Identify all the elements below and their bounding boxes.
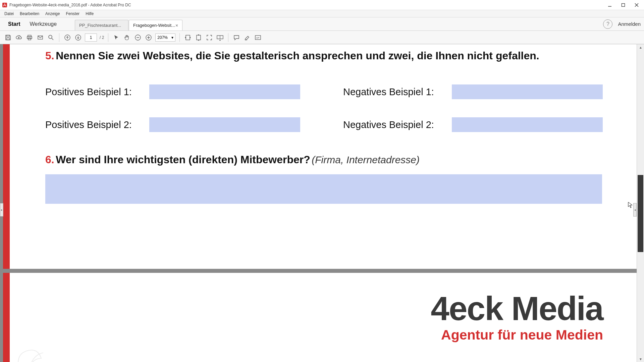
field-row-neg2: Negatives Beispiel 2: — [343, 117, 603, 132]
zoom-select[interactable]: 207% ▾ — [155, 34, 175, 42]
menu-edit[interactable]: Bearbeiten — [17, 11, 42, 16]
help-icon[interactable]: ? — [603, 19, 612, 29]
fullscreen-icon[interactable] — [205, 34, 213, 42]
search-icon[interactable] — [47, 34, 55, 42]
zoom-value: 207% — [157, 35, 168, 40]
cloud-icon[interactable] — [15, 34, 23, 42]
logo-sub-text: Agentur für neue Medien — [431, 327, 603, 343]
window-titlebar: Fragebogen-Website-4eck-media_2016.pdf -… — [0, 0, 644, 10]
scroll-down-icon[interactable]: ▼ — [637, 356, 644, 362]
page-input[interactable] — [85, 34, 97, 42]
menu-view[interactable]: Anzeige — [42, 11, 63, 16]
zoom-in-icon[interactable] — [145, 34, 153, 42]
page-left-accent — [3, 44, 10, 269]
svg-rect-8 — [27, 37, 32, 39]
menu-file[interactable]: Datei — [1, 11, 17, 16]
page-down-icon[interactable] — [74, 34, 82, 42]
menu-help[interactable]: Hilfe — [83, 11, 97, 16]
document-viewport: ▸ ◂ 5. Nennen Sie zwei Websites, die Sie… — [0, 44, 644, 362]
pdf-page-1: 5. Nennen Sie zwei Websites, die Sie ges… — [3, 44, 637, 269]
input-pos2[interactable] — [149, 117, 300, 132]
question-6-heading: 6. Wer sind Ihre wichtigsten (direkten) … — [45, 154, 420, 166]
mouse-cursor — [628, 202, 633, 208]
page-gap — [3, 269, 637, 273]
close-button[interactable] — [634, 2, 639, 8]
label-neg1: Negatives Beispiel 1: — [343, 86, 452, 98]
input-competitors[interactable] — [45, 174, 602, 204]
sign-icon[interactable] — [254, 34, 262, 42]
page-total: / 2 — [100, 35, 104, 40]
svg-rect-5 — [7, 35, 9, 37]
fit-width-icon[interactable] — [184, 34, 192, 42]
pdf-page-2: 4eck Media Agentur für neue Medien 7. In… — [3, 273, 637, 362]
logo-main-text: 4eck Media — [431, 292, 603, 325]
right-panel-handle[interactable]: ◂ — [633, 203, 637, 217]
question-5-heading: 5. Nennen Sie zwei Websites, die Sie ges… — [45, 50, 539, 62]
field-row-neg1: Negatives Beispiel 1: — [343, 84, 603, 99]
svg-point-11 — [49, 35, 52, 39]
svg-rect-6 — [7, 38, 9, 40]
maximize-button[interactable] — [621, 2, 626, 8]
zoom-out-icon[interactable] — [134, 34, 142, 42]
menu-bar: Datei Bearbeiten Anzeige Fenster Hilfe — [0, 10, 644, 17]
svg-rect-21 — [197, 35, 201, 40]
fit-page-icon[interactable] — [195, 34, 203, 42]
vertical-scrollbar[interactable]: ▲ ▼ — [637, 44, 644, 362]
svg-rect-9 — [28, 38, 31, 40]
page-up-icon[interactable] — [63, 34, 71, 42]
field-row-pos1: Positives Beispiel 1: — [45, 84, 300, 99]
close-tab-icon[interactable]: × — [175, 23, 178, 28]
app-icon — [2, 2, 7, 8]
signin-link[interactable]: Anmelden — [618, 21, 641, 27]
hand-tool-icon[interactable] — [123, 34, 131, 42]
window-title: Fragebogen-Website-4eck-media_2016.pdf -… — [9, 3, 607, 7]
svg-line-12 — [52, 38, 53, 40]
nav-start[interactable]: Start — [3, 17, 25, 31]
svg-rect-25 — [255, 36, 261, 40]
doc-tab-label: Fragebogen-Websit... — [133, 23, 175, 28]
label-pos1: Positives Beispiel 1: — [45, 86, 149, 98]
chevron-down-icon: ▾ — [171, 35, 173, 40]
email-icon[interactable] — [36, 34, 44, 42]
company-logo: 4eck Media Agentur für neue Medien — [431, 292, 603, 343]
watermark-icon — [12, 340, 49, 362]
select-tool-icon[interactable] — [112, 34, 120, 42]
input-neg2[interactable] — [452, 117, 603, 132]
toolbar: / 2 207% ▾ — [0, 31, 644, 44]
highlight-icon[interactable] — [243, 34, 251, 42]
scrollbar-thumb[interactable] — [638, 175, 643, 252]
label-neg2: Negatives Beispiel 2: — [343, 119, 452, 130]
tabs-row: Start Werkzeuge PP_Fischrestaurant... Fr… — [0, 17, 644, 31]
nav-tools[interactable]: Werkzeuge — [25, 17, 61, 31]
page-left-accent — [3, 273, 10, 362]
input-neg1[interactable] — [452, 84, 603, 99]
label-pos2: Positives Beispiel 2: — [45, 119, 149, 130]
input-pos1[interactable] — [149, 84, 300, 99]
doc-tab-1[interactable]: Fragebogen-Websit... × — [129, 20, 182, 31]
minimize-button[interactable] — [607, 2, 612, 8]
read-mode-icon[interactable] — [216, 34, 224, 42]
comment-icon[interactable] — [232, 34, 240, 42]
svg-rect-20 — [186, 35, 190, 40]
doc-tab-0[interactable]: PP_Fischrestaurant... — [75, 20, 128, 31]
svg-rect-2 — [622, 3, 625, 6]
field-row-pos2: Positives Beispiel 2: — [45, 117, 300, 132]
scroll-up-icon[interactable]: ▲ — [637, 44, 644, 50]
print-icon[interactable] — [25, 34, 34, 42]
menu-window[interactable]: Fenster — [63, 11, 83, 16]
doc-tab-label: PP_Fischrestaurant... — [79, 23, 121, 28]
save-icon[interactable] — [4, 34, 12, 42]
left-panel-handle[interactable]: ▸ — [0, 203, 3, 217]
